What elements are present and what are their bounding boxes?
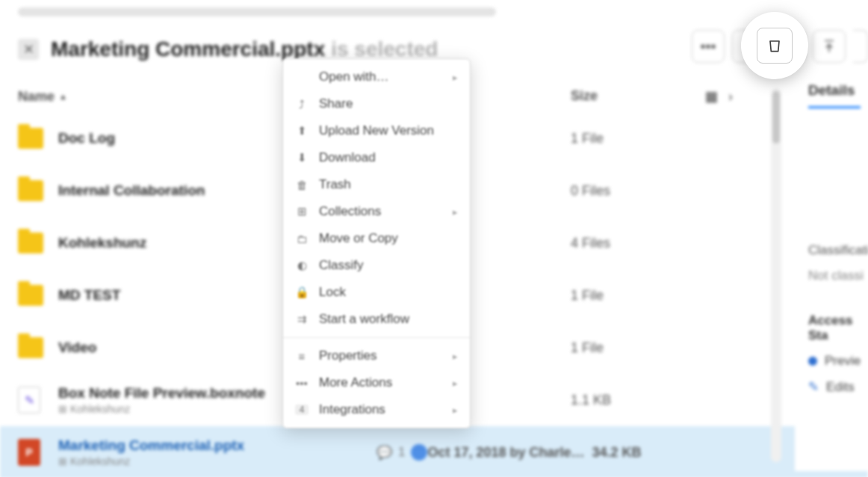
lock-icon: 🔒 [295,286,309,299]
file-size: 1 File [571,288,705,304]
perm-edits: ✎Edits [808,379,868,395]
share-toggle-button[interactable] [853,30,868,63]
ctx-properties[interactable]: ≡Properties▸ [283,342,470,369]
share-icon: ⤴ [295,98,309,111]
ctx-lock[interactable]: 🔒Lock [283,279,470,306]
sort-asc-icon: ▲ [59,92,67,101]
ctx-download[interactable]: ⬇Download [283,144,470,171]
scrollbar-thumb[interactable] [772,91,780,144]
more-icon: ••• [295,377,309,390]
collection-icon: ⊞ [58,455,67,467]
expand-panel-icon[interactable]: › [728,89,733,105]
folder-icon [18,128,43,149]
file-collection: Kohlekshunz [70,455,130,467]
collection-icon: ⊞ [58,403,67,415]
more-actions-button[interactable]: ••• [692,30,725,63]
classification-label: Classificati [808,243,868,258]
ctx-separator [283,337,470,338]
ppt-icon: P [18,439,40,466]
file-size: 1 File [571,340,705,356]
file-size: 4 Files [571,236,705,251]
ctx-trash[interactable]: 🗑Trash [283,171,470,198]
file-name: Marketing Commercial.pptx [58,437,376,454]
ctx-more-actions[interactable]: •••More Actions▸ [283,369,470,396]
tab-underline [808,106,861,108]
clear-selection-button[interactable]: ✕ [18,39,39,60]
folder-icon [18,285,43,306]
comment-count: 1 [398,445,405,460]
comment-icon[interactable]: 💬 [376,445,392,461]
ctx-integrations[interactable]: 4Integrations▸ [283,396,470,423]
spotlight-highlight [741,12,808,79]
file-size: 1 File [571,131,705,147]
classification-value: Not classi [808,268,868,283]
move-icon: 🗀 [295,233,309,245]
ctx-upload-version[interactable]: ⬆Upload New Version [283,117,470,144]
file-collection: Kohlekshunz [70,403,130,415]
upload-icon [822,39,837,54]
table-row-selected[interactable]: P Marketing Commercial.pptx ⊞Kohlekshunz… [0,426,868,477]
folder-icon [18,180,43,201]
file-size: 1.1 KB [571,393,705,408]
file-updated: Oct 17, 2018 by Charles F… [427,445,592,461]
file-size: 34.2 KB [592,445,726,461]
trash-icon [766,37,783,55]
ctx-share[interactable]: ⤴Share [283,90,470,117]
ctx-workflow[interactable]: ⇉Start a workflow [283,306,470,333]
col-size-header[interactable]: Size [571,88,705,105]
ctx-open-with[interactable]: Open with…▸ [283,64,470,90]
access-stats-label: Access Sta [808,313,868,343]
boxnote-icon: ✎ [18,387,40,413]
classify-icon: ◐ [295,259,309,272]
folder-icon [18,233,43,253]
trash-button[interactable] [757,28,793,64]
folder-icon [18,337,43,358]
perm-preview: Previe [808,354,868,369]
integrations-badge: 4 [295,404,309,415]
download-icon: ⬇ [295,151,309,164]
context-menu: Open with…▸ ⤴Share ⬆Upload New Version ⬇… [282,58,471,428]
pencil-icon: ✎ [808,379,819,395]
selected-filename: Marketing Commercial.pptx [51,37,325,61]
workflow-icon: ⇉ [295,313,309,326]
details-panel: Details Classificati Not classi Access S… [795,82,868,471]
properties-icon: ≡ [295,350,309,363]
upload-icon: ⬆ [295,124,309,138]
shared-link-icon[interactable] [411,444,427,461]
ctx-move-copy[interactable]: 🗀Move or Copy [283,225,470,252]
collections-icon: ⊞ [295,205,309,218]
trash-icon: 🗑 [295,179,309,191]
share-button[interactable] [813,30,846,63]
details-tab[interactable]: Details [808,82,868,99]
grid-view-icon[interactable]: ▦ [705,88,718,105]
eye-icon [808,357,817,366]
search-bar-placeholder [18,7,496,16]
ctx-classify[interactable]: ◐Classify [283,252,470,279]
scrollbar[interactable] [771,88,781,462]
file-size: 0 Files [571,183,705,199]
ctx-collections[interactable]: ⊞Collections▸ [283,198,470,225]
